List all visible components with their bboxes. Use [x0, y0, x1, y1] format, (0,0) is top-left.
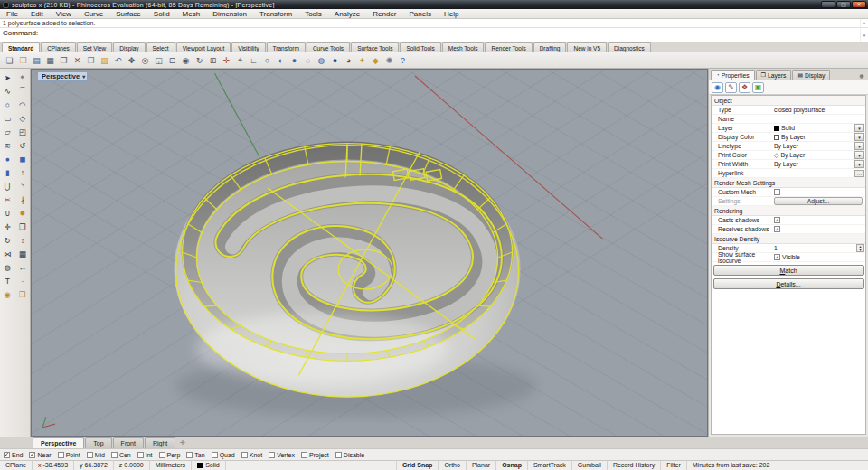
- toolbar-tab[interactable]: Render Tools: [485, 42, 532, 52]
- osnap-checkbox[interactable]: ✓: [137, 452, 144, 458]
- toolbar-tab[interactable]: Viewport Layout: [176, 42, 231, 52]
- material-editor-icon[interactable]: ◆: [369, 53, 382, 67]
- perspective-viewport[interactable]: Perspective ▾: [31, 69, 708, 437]
- viewport-tab[interactable]: Right: [145, 437, 175, 448]
- dimension-icon[interactable]: ↔: [15, 260, 31, 274]
- loft-icon[interactable]: ≋: [0, 138, 15, 152]
- density-value[interactable]: 1: [774, 245, 778, 251]
- move-icon[interactable]: ✛: [220, 53, 233, 67]
- extrude-icon[interactable]: ↑: [15, 165, 31, 179]
- osnap-item[interactable]: ✓ Disable: [335, 452, 364, 458]
- menu-item[interactable]: Analyze: [328, 9, 366, 19]
- panel-tab[interactable]: ◔ Properties: [711, 70, 755, 80]
- interpolate-curve-icon[interactable]: ⌒: [15, 84, 31, 98]
- print-icon[interactable]: ▦: [43, 53, 57, 67]
- osnap-item[interactable]: ✓ Knot: [241, 452, 262, 458]
- toolbar-tab[interactable]: CPlanes: [41, 42, 76, 52]
- zoom-dynamic-icon[interactable]: ◎: [138, 53, 152, 67]
- menu-item[interactable]: Panels: [403, 9, 438, 19]
- object-properties-icon[interactable]: ◉: [712, 82, 723, 93]
- viewport-canvas[interactable]: [32, 70, 707, 436]
- rectangle-icon[interactable]: ▭: [0, 111, 15, 125]
- pan-view-icon[interactable]: ✥: [125, 53, 138, 67]
- osnap-item[interactable]: ✓ Perp: [159, 452, 181, 458]
- osnap-checkbox[interactable]: ✓: [58, 452, 64, 458]
- osnap-checkbox[interactable]: ✓: [87, 452, 93, 458]
- dropdown-button[interactable]: ▾: [854, 133, 864, 141]
- ortho-icon[interactable]: ∟: [247, 53, 260, 67]
- object-snap-icon[interactable]: ⌖: [233, 53, 247, 67]
- status-cell[interactable]: CPlane: [0, 461, 33, 470]
- osnap-checkbox[interactable]: ✓: [4, 452, 10, 458]
- menu-item[interactable]: Dimension: [206, 9, 253, 19]
- help-icon[interactable]: ?: [396, 53, 410, 67]
- osnap-checkbox[interactable]: ✓: [241, 452, 248, 458]
- status-toggle[interactable]: Planar: [467, 461, 496, 470]
- window-button[interactable]: ▢: [836, 1, 851, 8]
- status-toggle[interactable]: SmartTrack: [528, 461, 572, 470]
- dropdown-button[interactable]: ▾: [854, 142, 864, 150]
- viewport-tab[interactable]: Front: [113, 437, 144, 448]
- viewport-layout-icon[interactable]: ⊞: [206, 53, 220, 67]
- ellipsis-button[interactable]: …: [854, 170, 864, 177]
- viewport-title-menu[interactable]: Perspective ▾: [37, 71, 88, 81]
- status-cell[interactable]: y 66.3872: [74, 461, 114, 470]
- command-scroll-up[interactable]: ▴: [860, 19, 868, 27]
- osnap-checkbox[interactable]: ✓: [301, 452, 307, 458]
- box-icon[interactable]: ◼: [15, 152, 31, 165]
- zoom-window-icon[interactable]: ◲: [152, 53, 165, 67]
- toolbar-tab[interactable]: New in V5: [567, 42, 607, 52]
- menu-item[interactable]: Solid: [147, 9, 176, 19]
- toolbar-tab[interactable]: Curve Tools: [307, 42, 350, 52]
- dimension-style-icon[interactable]: ❖: [739, 82, 750, 93]
- revolve-icon[interactable]: ↺: [15, 138, 31, 152]
- osnap-item[interactable]: ✓ Project: [301, 452, 329, 458]
- copy-object-icon[interactable]: ❐: [15, 220, 31, 233]
- status-cell[interactable]: Solid: [192, 461, 226, 470]
- toolbar-tab[interactable]: Diagnostics: [608, 42, 651, 52]
- toolbar-tab[interactable]: Transform: [267, 42, 306, 52]
- custom-mesh-checkbox[interactable]: ✓: [774, 189, 780, 195]
- texture-mapping-icon[interactable]: ▣: [752, 82, 764, 93]
- sphere-icon[interactable]: ●: [0, 152, 15, 165]
- undo-icon[interactable]: ↶: [111, 53, 125, 67]
- osnap-checkbox[interactable]: ✓: [212, 452, 218, 458]
- surface-corner-icon[interactable]: ◰: [15, 125, 31, 138]
- join-icon[interactable]: ∪: [0, 206, 15, 220]
- dropdown-button[interactable]: ▾: [854, 151, 864, 159]
- command-scroll-down[interactable]: ▾: [860, 29, 868, 42]
- osnap-item[interactable]: ✓ Int: [137, 452, 153, 458]
- zoom-extents-icon[interactable]: ⊡: [165, 53, 179, 67]
- points-on-icon[interactable]: ⌖: [15, 70, 31, 84]
- polygon-icon[interactable]: ◇: [15, 111, 31, 125]
- osnap-checkbox[interactable]: ✓: [269, 452, 275, 458]
- status-toggle[interactable]: Record History: [608, 461, 661, 470]
- point-icon[interactable]: ∙: [15, 274, 31, 287]
- osnap-item[interactable]: ✓ End: [4, 452, 23, 458]
- curve-icon[interactable]: ∿: [0, 84, 15, 98]
- status-cell[interactable]: x -38.4593: [33, 461, 74, 470]
- delete-icon[interactable]: ✕: [71, 53, 84, 67]
- toolbar-tab[interactable]: Display: [113, 42, 145, 52]
- status-cell[interactable]: Millimeters: [150, 461, 192, 470]
- match-button[interactable]: Match: [713, 265, 864, 276]
- mirror-icon[interactable]: ⋈: [0, 247, 15, 260]
- panel-tab[interactable]: ❒ Layers: [756, 70, 792, 80]
- osnap-item[interactable]: ✓ Tan: [186, 452, 204, 458]
- render-icon[interactable]: ●: [328, 53, 342, 67]
- array-icon[interactable]: ▦: [15, 247, 31, 260]
- xray-display-icon[interactable]: ◍: [315, 53, 328, 67]
- osnap-item[interactable]: ✓ Point: [58, 452, 80, 458]
- lights-icon[interactable]: ✦: [355, 53, 369, 67]
- copy-icon[interactable]: ❐: [84, 53, 98, 67]
- new-viewport-tab-icon[interactable]: ✛: [180, 437, 185, 448]
- wireframe-display-icon[interactable]: ○: [260, 53, 274, 67]
- toolbar-tab[interactable]: Drafting: [533, 42, 567, 52]
- menu-item[interactable]: Mesh: [176, 9, 207, 19]
- render-preview-icon[interactable]: ◕: [342, 53, 355, 67]
- properties-icon[interactable]: ❐: [57, 53, 71, 67]
- menu-item[interactable]: Edit: [24, 9, 50, 19]
- open-folder-icon[interactable]: ❒: [16, 53, 30, 67]
- osnap-item[interactable]: ✓ Near: [29, 452, 51, 458]
- visibility-icon[interactable]: ◉: [0, 287, 15, 301]
